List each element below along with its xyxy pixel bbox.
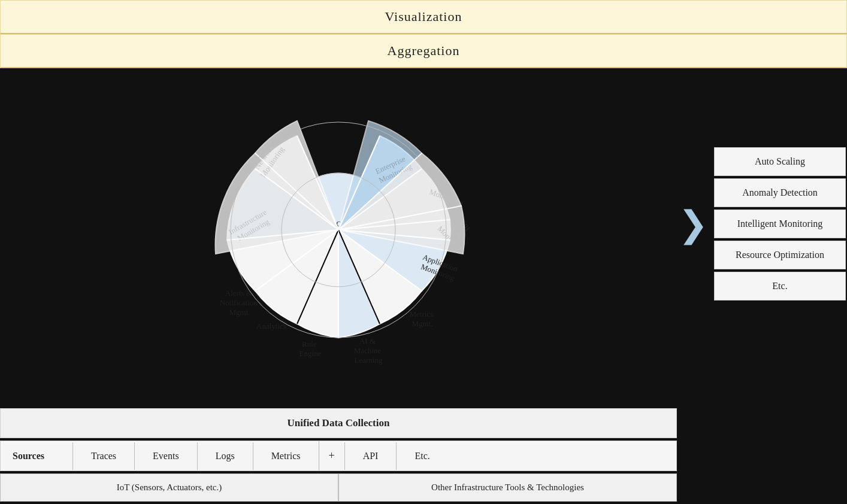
- unified-bar: Unified Data Collection: [0, 408, 677, 438]
- right-panel-inner: ❯ Auto Scaling Anomaly Detection Intelli…: [678, 147, 846, 300]
- right-box-resource-optimization: Resource Optimization: [714, 241, 846, 269]
- right-box-intelligent-monitoring: Intelligent Monitoring: [714, 210, 846, 238]
- etc-label: Etc.: [772, 281, 787, 291]
- sources-label: Sources: [1, 442, 72, 470]
- seg-label-alerts: Alerts & Notification Mgmt.: [220, 289, 259, 317]
- main-area: .seg-text { font-family: Georgia, serif;…: [0, 68, 847, 502]
- chevron-arrow-icon: ❯: [678, 203, 708, 245]
- infra-other-label: Other Infrastructure Tools & Technologie…: [431, 482, 584, 492]
- source-traces: Traces: [72, 442, 134, 470]
- source-plus: +: [319, 441, 344, 470]
- infra-iot: IoT (Sensors, Actuators, etc.): [0, 473, 338, 502]
- seg-label-ai-ml: AI & Machine Learning: [354, 336, 383, 365]
- seg-label-analytics: Analytics: [256, 321, 286, 330]
- infra-iot-label: IoT (Sensors, Actuators, etc.): [117, 482, 222, 492]
- infra-bar: IoT (Sensors, Actuators, etc.) Other Inf…: [0, 473, 677, 502]
- sources-bar: Sources Traces Events Logs Metrics + API…: [0, 441, 677, 471]
- right-panel: ❯ Auto Scaling Anomaly Detection Intelli…: [677, 68, 847, 379]
- source-api: API: [344, 442, 397, 470]
- visualization-label: Visualization: [385, 9, 462, 24]
- seg-label-rule-engine: Rule Engine: [300, 339, 322, 358]
- intelligent-monitoring-label: Intelligent Monitoring: [737, 218, 823, 229]
- source-events: Events: [134, 442, 197, 470]
- aiops-diagram: .seg-text { font-family: Georgia, serif;…: [135, 80, 542, 391]
- aggregation-label: Aggregation: [388, 43, 460, 58]
- seg-label-metrics-mgmt: Metrics Mgmt.: [410, 309, 435, 328]
- infra-other: Other Infrastructure Tools & Technologie…: [338, 473, 677, 502]
- diagram-container: .seg-text { font-family: Georgia, serif;…: [0, 68, 677, 403]
- right-box-auto-scaling: Auto Scaling: [714, 147, 846, 176]
- resource-optimization-label: Resource Optimization: [736, 250, 824, 260]
- right-boxes: Auto Scaling Anomaly Detection Intellige…: [714, 147, 846, 300]
- auto-scaling-label: Auto Scaling: [755, 156, 805, 166]
- unified-label: Unified Data Collection: [288, 417, 390, 429]
- source-etc: Etc.: [396, 442, 447, 470]
- visualization-bar: Visualization: [0, 0, 847, 34]
- source-metrics: Metrics: [253, 442, 319, 470]
- right-box-etc: Etc.: [714, 272, 846, 300]
- anomaly-detection-label: Anomaly Detection: [742, 187, 818, 198]
- source-logs: Logs: [197, 442, 253, 470]
- right-box-anomaly-detection: Anomaly Detection: [714, 178, 846, 207]
- aggregation-bar: Aggregation: [0, 34, 847, 68]
- bottom-section: Unified Data Collection Sources Traces E…: [0, 403, 677, 502]
